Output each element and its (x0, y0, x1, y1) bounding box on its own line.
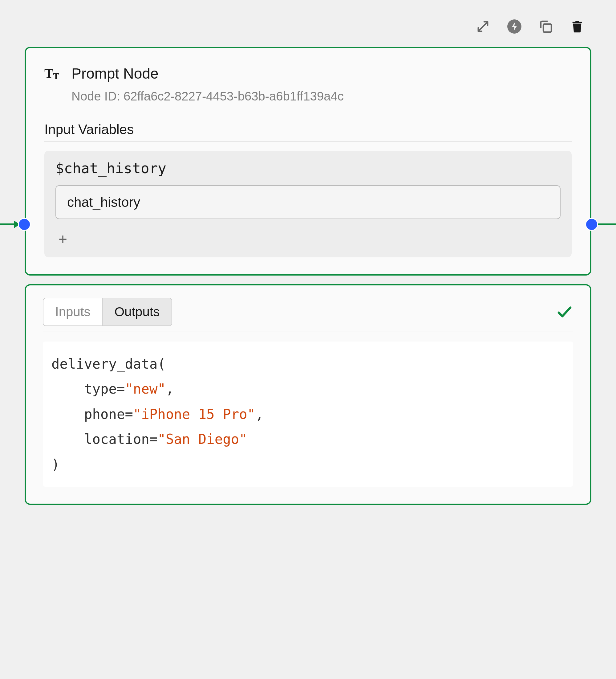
input-port[interactable] (18, 218, 31, 231)
output-port[interactable] (585, 218, 598, 231)
add-variable-button[interactable]: + (56, 231, 70, 246)
expand-icon[interactable] (475, 19, 491, 34)
node-toolbar (12, 19, 604, 34)
svg-rect-1 (543, 24, 551, 32)
copy-icon[interactable] (538, 19, 554, 34)
node-header: TT Prompt Node Node ID: 62ffa6c2-8227-44… (44, 65, 572, 103)
tab-outputs[interactable]: Outputs (102, 298, 171, 325)
output-divider (43, 332, 573, 332)
tab-inputs[interactable]: Inputs (43, 298, 102, 325)
output-edge (595, 223, 616, 225)
prompt-node-card[interactable]: TT Prompt Node Node ID: 62ffa6c2-8227-44… (25, 47, 591, 276)
section-divider (44, 141, 572, 141)
output-tabs: Inputs Outputs (43, 298, 172, 326)
text-type-icon: TT (44, 66, 62, 84)
success-check-icon (556, 303, 573, 321)
output-card: Inputs Outputs delivery_data( type="new"… (25, 284, 591, 505)
output-code: delivery_data( type="new", phone="iPhone… (43, 342, 573, 487)
node-id: Node ID: 62ffa6c2-8227-4453-b63b-a6b1ff1… (71, 89, 344, 103)
lightning-icon[interactable] (506, 19, 522, 34)
svg-text:T: T (53, 71, 59, 81)
variable-name: $chat_history (56, 160, 560, 176)
node-title: Prompt Node (71, 65, 344, 82)
trash-icon[interactable] (569, 19, 585, 34)
svg-text:T: T (44, 66, 53, 81)
variable-value-input[interactable] (56, 185, 560, 219)
input-variables-label: Input Variables (44, 122, 572, 137)
input-variables-box: $chat_history + (44, 151, 572, 257)
